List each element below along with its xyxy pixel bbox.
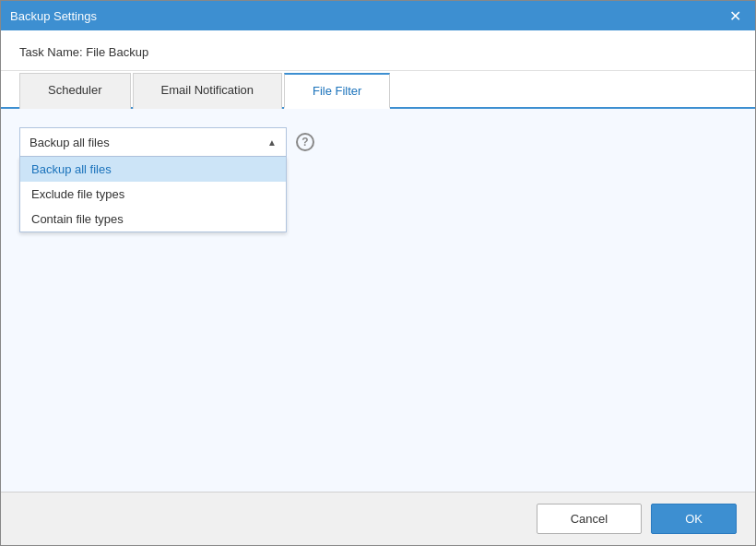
help-icon[interactable]: ? [296, 133, 314, 151]
tabs-bar: Scheduler Email Notification File Filter [1, 71, 755, 109]
dropdown-option-exclude[interactable]: Exclude file types [20, 182, 286, 207]
dropdown-option-contain[interactable]: Contain file types [20, 207, 286, 231]
task-name-value: File Backup [86, 45, 148, 59]
close-button[interactable]: ✕ [724, 5, 746, 27]
file-filter-dropdown-container: Backup all files ▲ Backup all files Excl… [19, 127, 287, 157]
dialog-body: Task Name: File Backup Scheduler Email N… [1, 30, 755, 492]
dialog-title: Backup Settings [10, 9, 97, 23]
filter-row: Backup all files ▲ Backup all files Excl… [19, 127, 737, 157]
tab-file-filter[interactable]: File Filter [284, 73, 390, 109]
task-name-label: Task Name: File Backup [19, 45, 148, 59]
tab-email-notification[interactable]: Email Notification [133, 73, 282, 109]
cancel-button[interactable]: Cancel [537, 504, 642, 534]
file-filter-content: Backup all files ▲ Backup all files Excl… [1, 109, 755, 492]
file-filter-dropdown-button[interactable]: Backup all files ▲ [19, 127, 287, 157]
title-bar: Backup Settings ✕ [1, 1, 755, 30]
dropdown-option-backup-all[interactable]: Backup all files [20, 157, 286, 182]
dropdown-menu: Backup all files Exclude file types Cont… [19, 157, 287, 232]
chevron-up-icon: ▲ [267, 137, 277, 148]
dropdown-selected-value: Backup all files [30, 136, 110, 149]
backup-settings-dialog: Backup Settings ✕ Task Name: File Backup… [0, 0, 756, 546]
task-name-bar: Task Name: File Backup [1, 30, 755, 71]
tab-scheduler[interactable]: Scheduler [19, 73, 131, 109]
ok-button[interactable]: OK [651, 504, 737, 534]
dialog-footer: Cancel OK [1, 492, 755, 545]
